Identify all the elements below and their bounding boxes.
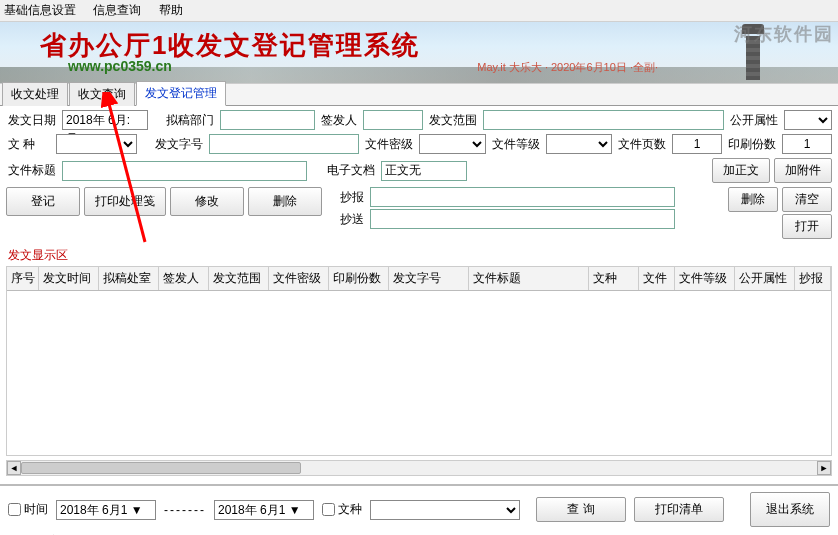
print-list-button[interactable]: 打印清单: [634, 497, 724, 522]
label-cc-report: 抄报: [338, 189, 366, 206]
menu-basic[interactable]: 基础信息设置: [4, 3, 76, 17]
cc-send-field[interactable]: [370, 209, 675, 229]
label-efile: 电子文档: [325, 162, 377, 179]
label-file-grade: 文件等级: [490, 136, 542, 153]
label-send-date: 发文日期: [6, 112, 58, 129]
col-file[interactable]: 文件: [639, 267, 675, 290]
send-date-picker[interactable]: 2018年 6月: ▼: [62, 110, 148, 130]
watermark: 河东软件园: [734, 22, 834, 46]
col-file-title[interactable]: 文件标题: [469, 267, 589, 290]
file-title-field[interactable]: [62, 161, 307, 181]
date-range-dash: -------: [164, 503, 206, 517]
secrecy-select[interactable]: [419, 134, 486, 154]
col-public-attr[interactable]: 公开属性: [735, 267, 795, 290]
col-doc-number[interactable]: 发文字号: [389, 267, 469, 290]
efile-field[interactable]: [381, 161, 467, 181]
col-send-time[interactable]: 发文时间: [39, 267, 99, 290]
public-attr-select[interactable]: [784, 110, 832, 130]
label-draft-dept: 拟稿部门: [164, 112, 216, 129]
open-button[interactable]: 打开: [782, 214, 832, 239]
search-button[interactable]: 查 询: [536, 497, 626, 522]
cb-time-box[interactable]: [8, 503, 21, 516]
section-label-display: 发文显示区: [0, 245, 838, 266]
doc-type-select[interactable]: [56, 134, 138, 154]
filter-panel: 时间 2018年 6月1 ▼ ------- 2018年 6月1 ▼ 文种 查 …: [0, 484, 838, 535]
scroll-left-icon[interactable]: ◄: [7, 461, 21, 475]
filter-date-from[interactable]: 2018年 6月1 ▼: [56, 500, 156, 520]
scroll-right-icon[interactable]: ►: [817, 461, 831, 475]
results-table: 序号 发文时间 拟稿处室 签发人 发文范围 文件密级 印刷份数 发文字号 文件标…: [6, 266, 832, 456]
tab-send-register[interactable]: 发文登记管理: [136, 81, 226, 106]
col-doc-type[interactable]: 文种: [589, 267, 639, 290]
pages-field[interactable]: [672, 134, 722, 154]
cb-time[interactable]: 时间: [8, 501, 48, 518]
scroll-thumb[interactable]: [21, 462, 301, 474]
filter-date-to[interactable]: 2018年 6月1 ▼: [214, 500, 314, 520]
draft-dept-field[interactable]: [220, 110, 315, 130]
add-body-button[interactable]: 加正文: [712, 158, 770, 183]
print-slip-button[interactable]: 打印处理笺: [84, 187, 166, 216]
signer-field[interactable]: [363, 110, 423, 130]
doc-number-field[interactable]: [209, 134, 359, 154]
cb-time-label: 时间: [24, 501, 48, 518]
label-file-title: 文件标题: [6, 162, 58, 179]
label-cc-send: 抄送: [338, 211, 366, 228]
label-doc-type: 文 种: [6, 136, 52, 153]
tab-receive-process[interactable]: 收文处理: [2, 82, 68, 106]
copies-field[interactable]: [782, 134, 832, 154]
col-secrecy[interactable]: 文件密级: [269, 267, 329, 290]
label-signer: 签发人: [319, 112, 359, 129]
menu-query[interactable]: 信息查询: [93, 3, 141, 17]
label-copies: 印刷份数: [726, 136, 778, 153]
send-scope-field[interactable]: [483, 110, 724, 130]
delete-button[interactable]: 删除: [248, 187, 322, 216]
menu-help[interactable]: 帮助: [159, 3, 183, 17]
label-doc-number: 发文字号: [153, 136, 205, 153]
add-attachment-button[interactable]: 加附件: [774, 158, 832, 183]
filter-doctype-select[interactable]: [370, 500, 520, 520]
clear-button[interactable]: 清空: [782, 187, 832, 212]
col-scope[interactable]: 发文范围: [209, 267, 269, 290]
tab-receive-query[interactable]: 收文查询: [69, 82, 135, 106]
form-area: 发文日期 2018年 6月: ▼ 拟稿部门 签发人 发文范围 公开属性 文 种 …: [0, 106, 838, 245]
col-cc-report[interactable]: 抄报: [795, 267, 831, 290]
col-draft-office[interactable]: 拟稿处室: [99, 267, 159, 290]
cc-report-field[interactable]: [370, 187, 675, 207]
label-secrecy: 文件密级: [363, 136, 415, 153]
cb-doctype-box[interactable]: [322, 503, 335, 516]
col-signer[interactable]: 签发人: [159, 267, 209, 290]
banner-subtext: May.it 大乐大 · 2020年6月10日 ·全副·: [477, 60, 658, 75]
file-grade-select[interactable]: [546, 134, 613, 154]
horizontal-scrollbar[interactable]: ◄ ►: [6, 460, 832, 476]
col-seq[interactable]: 序号: [7, 267, 39, 290]
col-copies[interactable]: 印刷份数: [329, 267, 389, 290]
col-file-grade[interactable]: 文件等级: [675, 267, 735, 290]
tab-bar: 收文处理 收文查询 发文登记管理: [0, 84, 838, 106]
register-button[interactable]: 登记: [6, 187, 80, 216]
cb-doctype-label: 文种: [338, 501, 362, 518]
label-send-scope: 发文范围: [427, 112, 479, 129]
banner-url: www.pc0359.cn: [68, 58, 172, 74]
table-header-row: 序号 发文时间 拟稿处室 签发人 发文范围 文件密级 印刷份数 发文字号 文件标…: [7, 267, 831, 291]
edit-button[interactable]: 修改: [170, 187, 244, 216]
banner: 省办公厅1收发文登记管理系统 www.pc0359.cn May.it 大乐大 …: [0, 22, 838, 84]
delete2-button[interactable]: 删除: [728, 187, 778, 212]
cb-doctype[interactable]: 文种: [322, 501, 362, 518]
exit-system-button[interactable]: 退出系统: [750, 492, 830, 527]
label-public-attr: 公开属性: [728, 112, 780, 129]
label-pages: 文件页数: [616, 136, 668, 153]
